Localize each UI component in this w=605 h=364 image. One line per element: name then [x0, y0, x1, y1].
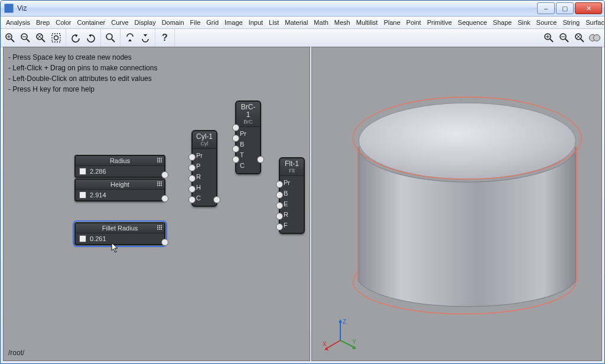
redo-icon[interactable]: [85, 32, 97, 44]
grip-icon[interactable]: [157, 158, 162, 162]
node-graph-panel[interactable]: - Press Space key to create new nodes - …: [3, 47, 310, 361]
svg-point-12: [54, 36, 58, 40]
toolbar: ?: [1, 29, 604, 47]
input-pin[interactable]: [188, 175, 196, 182]
port-label: C: [196, 194, 201, 202]
param-radius[interactable]: Radius 2.286: [74, 155, 165, 178]
zoom-reset-icon[interactable]: [35, 32, 47, 44]
titlebar[interactable]: Viz – ▢ ✕: [1, 1, 604, 17]
input-pin[interactable]: [276, 202, 283, 209]
menu-item[interactable]: Color: [53, 18, 74, 27]
help-icon[interactable]: ?: [159, 32, 171, 44]
param-value[interactable]: 0.261: [90, 235, 106, 242]
menu-item[interactable]: Source: [534, 18, 560, 27]
menu-item[interactable]: Brep: [33, 18, 53, 27]
maximize-button[interactable]: ▢: [556, 2, 574, 14]
menu-item[interactable]: Primitive: [424, 18, 455, 27]
menu-item[interactable]: Image: [222, 18, 246, 27]
undo-icon[interactable]: [70, 32, 82, 44]
zoom-out-icon[interactable]: [19, 32, 31, 44]
zoom-in-icon[interactable]: [543, 32, 555, 44]
node-flt[interactable]: Flt-1 Flt Pr B E R F: [279, 157, 305, 234]
menu-item[interactable]: Container: [74, 18, 109, 27]
menu-item[interactable]: Mesh: [331, 18, 353, 27]
menu-item[interactable]: Curve: [108, 18, 131, 27]
output-pin[interactable]: [161, 195, 168, 202]
menu-item[interactable]: Material: [282, 18, 311, 27]
menu-item[interactable]: Sequence: [455, 18, 490, 27]
menubar[interactable]: Analysis Brep Color Container Curve Disp…: [1, 17, 604, 29]
output-pin[interactable]: [161, 171, 168, 178]
close-button[interactable]: ✕: [575, 2, 602, 14]
menu-item[interactable]: Plane: [380, 18, 403, 27]
menu-item[interactable]: Domain: [159, 18, 187, 27]
checkbox-icon[interactable]: [79, 235, 86, 242]
output-pin[interactable]: [257, 156, 264, 163]
input-pin[interactable]: [188, 154, 196, 161]
param-value[interactable]: 2.914: [90, 191, 106, 199]
menu-item[interactable]: Display: [132, 18, 159, 27]
shade-mode-icon[interactable]: [589, 32, 601, 44]
input-pin[interactable]: [188, 196, 196, 203]
client-area: - Press Space key to create new nodes - …: [3, 47, 602, 361]
input-pin[interactable]: [232, 156, 239, 163]
param-height[interactable]: Height 2.914: [74, 178, 165, 202]
node-brc[interactable]: BrC-1 BrC Pr B T C: [235, 100, 261, 174]
viewport-panel[interactable]: Z X Y: [311, 47, 602, 361]
svg-line-20: [565, 39, 568, 42]
input-pin[interactable]: [188, 186, 196, 193]
port-label: B: [240, 141, 244, 148]
input-pin[interactable]: [232, 135, 239, 142]
output-pin[interactable]: [213, 196, 220, 203]
search-icon[interactable]: [105, 32, 116, 44]
refresh-up-icon[interactable]: [139, 32, 151, 44]
param-value[interactable]: 2.286: [90, 168, 106, 175]
port-label: P: [196, 162, 200, 170]
menu-item[interactable]: List: [266, 18, 282, 27]
input-pin[interactable]: [188, 164, 196, 171]
zoom-window-icon[interactable]: [50, 32, 62, 44]
menu-item[interactable]: Input: [246, 18, 266, 27]
port-label: T: [240, 151, 244, 158]
minimize-button[interactable]: –: [537, 2, 555, 14]
input-pin[interactable]: [232, 124, 239, 131]
input-pin[interactable]: [276, 213, 283, 220]
app-icon: [4, 4, 14, 13]
menu-item[interactable]: Multilist: [353, 18, 381, 27]
input-pin[interactable]: [276, 223, 283, 230]
input-pin[interactable]: [276, 181, 283, 188]
checkbox-icon[interactable]: [79, 168, 86, 175]
svg-line-5: [27, 39, 30, 42]
menu-item[interactable]: Shape: [490, 18, 515, 27]
breadcrumb: /root/: [8, 349, 24, 357]
menu-item[interactable]: Sink: [515, 18, 533, 27]
node-header[interactable]: Flt-1 Flt: [280, 158, 304, 176]
node-header[interactable]: Cyl-1 Cyl: [193, 131, 216, 149]
menu-item[interactable]: String: [560, 18, 583, 27]
port-label: F: [284, 222, 288, 229]
zoom-reset-icon[interactable]: [574, 32, 586, 44]
port-label: B: [284, 190, 288, 197]
menu-item[interactable]: Surface: [583, 18, 605, 27]
menu-item[interactable]: File: [187, 18, 204, 27]
viewport-render: [312, 47, 601, 359]
port-label: R: [284, 211, 288, 218]
toolbar-group-search: [101, 29, 121, 47]
menu-item[interactable]: Analysis: [3, 18, 33, 27]
grip-icon[interactable]: [157, 225, 162, 230]
toolbar-group-undo: [66, 29, 101, 47]
node-cyl[interactable]: Cyl-1 Cyl Pr P R H C: [191, 130, 217, 207]
menu-item[interactable]: Grid: [203, 18, 222, 27]
input-pin[interactable]: [276, 191, 283, 199]
input-pin[interactable]: [232, 145, 239, 152]
refresh-down-icon[interactable]: [124, 32, 136, 44]
output-pin[interactable]: [161, 239, 168, 246]
param-fillet-radius[interactable]: Fillet Radius 0.261: [74, 222, 165, 245]
menu-item[interactable]: Math: [311, 18, 331, 27]
grip-icon[interactable]: [157, 181, 162, 186]
zoom-out-icon[interactable]: [558, 32, 570, 44]
zoom-in-icon[interactable]: [4, 32, 16, 44]
menu-item[interactable]: Point: [404, 18, 424, 27]
node-header[interactable]: BrC-1 BrC: [236, 102, 260, 127]
checkbox-icon[interactable]: [79, 191, 86, 199]
